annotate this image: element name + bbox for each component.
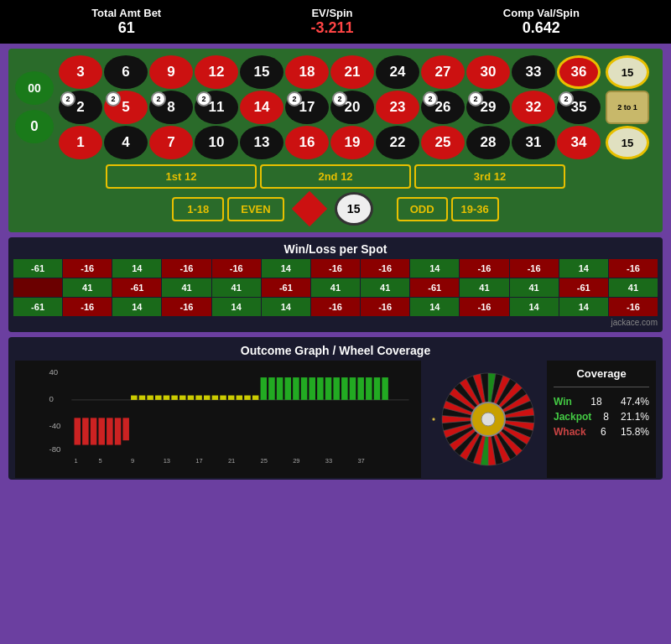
svg-rect-42 — [374, 377, 381, 400]
num-35[interactable]: 2 35 — [557, 91, 601, 124]
wl-cell: 14 — [212, 298, 261, 316]
right-bet-top[interactable]: 15 — [606, 55, 649, 89]
num-29[interactable]: 2 29 — [466, 91, 510, 124]
right-bet-bottom[interactable]: 15 — [606, 126, 649, 159]
third-dozen[interactable]: 3rd 12 — [414, 164, 565, 189]
num-16[interactable]: 16 — [285, 126, 329, 159]
num-4[interactable]: 4 — [104, 126, 148, 159]
svg-rect-23 — [220, 396, 226, 400]
svg-rect-43 — [382, 377, 388, 400]
num-14[interactable]: 14 — [240, 91, 283, 124]
num-26[interactable]: 2 26 — [421, 91, 465, 124]
wl-cell: 14 — [262, 259, 310, 278]
wl-cell: -61 — [112, 278, 161, 297]
comp-value: 0.642 — [503, 19, 580, 37]
svg-text:13: 13 — [164, 457, 170, 463]
num-2[interactable]: 2 2 — [59, 91, 102, 124]
two-to-one-bet[interactable]: 2 to 1 — [606, 91, 649, 124]
bet-1-18[interactable]: 1-18 — [172, 197, 224, 221]
win-pct: 47.4% — [621, 396, 649, 408]
num-17[interactable]: 2 17 — [285, 91, 329, 124]
wl-cell: 41 — [361, 278, 409, 297]
num-12[interactable]: 12 — [195, 55, 238, 89]
chip-26: 2 — [423, 91, 438, 106]
num-23[interactable]: 23 — [376, 91, 419, 124]
whack-label: Whack — [554, 426, 586, 438]
coverage-area: Coverage Win 18 47.4% Jackpot 8 21.1% Wh… — [547, 361, 656, 478]
num-36[interactable]: 36 — [557, 55, 601, 89]
svg-rect-16 — [164, 396, 170, 400]
jackpot-count: 8 — [603, 411, 609, 423]
wl-cell: 14 — [112, 259, 161, 278]
jackpot-row: Jackpot 8 21.1% — [554, 411, 649, 423]
num-20[interactable]: 2 20 — [330, 91, 374, 124]
chip-35: 2 — [559, 91, 574, 106]
num-15[interactable]: 15 — [240, 55, 283, 89]
svg-rect-37 — [333, 377, 340, 400]
num-3[interactable]: 3 — [59, 55, 102, 89]
svg-rect-28 — [261, 377, 268, 400]
num-33[interactable]: 33 — [512, 55, 555, 89]
total-amt-value: 61 — [91, 19, 161, 37]
numbers-grid: 3 6 9 12 15 18 21 24 27 30 33 36 2 2 — [59, 55, 601, 159]
num-5[interactable]: 2 5 — [104, 91, 148, 124]
svg-rect-22 — [212, 396, 219, 400]
num-6[interactable]: 6 — [104, 55, 148, 89]
num-9[interactable]: 9 — [149, 55, 193, 89]
second-dozen[interactable]: 2nd 12 — [260, 164, 411, 189]
num-21[interactable]: 21 — [330, 55, 374, 89]
right-bet-bottom-label: 15 — [622, 137, 633, 149]
wl-cell: -16 — [510, 259, 559, 278]
num-30[interactable]: 30 — [466, 55, 510, 89]
svg-rect-34 — [309, 377, 315, 400]
num-25[interactable]: 25 — [421, 126, 465, 159]
bar-chart-svg: 40 0 -40 -80 — [40, 364, 418, 463]
num-18[interactable]: 18 — [285, 55, 329, 89]
bar-chart: 40 0 -40 -80 — [15, 361, 421, 478]
single-zero[interactable]: 0 — [15, 110, 54, 143]
wl-cell — [13, 278, 62, 297]
svg-rect-41 — [366, 377, 372, 400]
num-32[interactable]: 32 — [512, 91, 555, 124]
wl-cell: 14 — [410, 298, 459, 316]
wl-cell: 14 — [410, 259, 459, 278]
svg-rect-14 — [147, 396, 153, 400]
header: Total Amt Bet 61 EV/Spin -3.211 Comp Val… — [0, 0, 671, 44]
num-1[interactable]: 1 — [59, 126, 102, 159]
wl-cell: -16 — [162, 298, 211, 316]
jackace-label: jackace.com — [13, 318, 658, 327]
chip-20: 2 — [332, 91, 347, 106]
svg-text:-40: -40 — [49, 421, 60, 430]
diamond-area — [288, 192, 331, 226]
num-13[interactable]: 13 — [240, 126, 283, 159]
num-34[interactable]: 34 — [557, 126, 601, 159]
svg-text:5: 5 — [98, 457, 101, 463]
num-28[interactable]: 28 — [466, 126, 510, 159]
svg-rect-26 — [244, 396, 251, 400]
outcome-body: 40 0 -40 -80 — [15, 361, 656, 478]
num-19[interactable]: 19 — [330, 126, 374, 159]
num-11[interactable]: 2 11 — [195, 91, 238, 124]
num-10[interactable]: 10 — [195, 126, 238, 159]
bet-even[interactable]: EVEN — [227, 197, 283, 221]
num-8[interactable]: 2 8 — [149, 91, 193, 124]
whack-row: Whack 6 15.8% — [554, 426, 649, 438]
num-27[interactable]: 27 — [421, 55, 465, 89]
chip-29: 2 — [468, 91, 483, 106]
winloss-title: Win/Loss per Spot — [13, 242, 658, 256]
num-7[interactable]: 7 — [149, 126, 193, 159]
first-dozen[interactable]: 1st 12 — [106, 164, 257, 189]
num-22[interactable]: 22 — [376, 126, 419, 159]
wl-cell: 14 — [510, 298, 559, 316]
bet-19-36[interactable]: 19-36 — [451, 197, 499, 221]
total-amt-section: Total Amt Bet 61 — [91, 7, 161, 37]
num-24[interactable]: 24 — [376, 55, 419, 89]
double-zero[interactable]: 00 — [15, 71, 54, 105]
bet-odd[interactable]: ODD — [397, 197, 448, 221]
ev-section: EV/Spin -3.211 — [310, 7, 353, 37]
num-31[interactable]: 31 — [512, 126, 555, 159]
ev-label: EV/Spin — [310, 7, 353, 19]
wl-cell: -16 — [212, 259, 261, 278]
svg-text:17: 17 — [195, 457, 202, 463]
wl-cell: -16 — [460, 259, 508, 278]
